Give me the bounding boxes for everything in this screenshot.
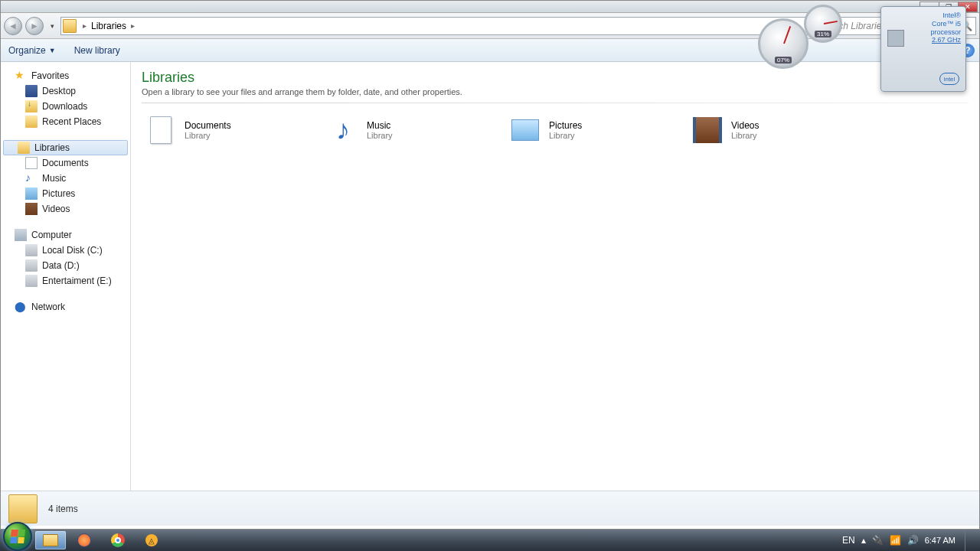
- taskbar: ◬ EN ▴ 🔌 📶 🔊 6:47 AM: [0, 530, 980, 551]
- explorer-window: — ❐ ✕ ◄ ► ▾ ▸ Libraries ▸ Search Librari…: [0, 0, 980, 530]
- windows-logo-icon: [10, 530, 25, 543]
- computer-icon: [15, 229, 27, 241]
- back-button[interactable]: ◄: [4, 17, 22, 35]
- app-icon: ◬: [145, 534, 158, 546]
- page-subtitle: Open a library to see your files and arr…: [142, 87, 969, 96]
- tray-power-icon[interactable]: 🔌: [872, 535, 884, 546]
- music-icon: ♪: [25, 172, 38, 184]
- taskbar-firefox[interactable]: [69, 531, 100, 549]
- toolbar: Organize ▼ New library ▦ ◫ ?: [1, 39, 979, 62]
- chevron-down-icon: ▼: [49, 47, 56, 54]
- intel-logo: intel: [939, 73, 959, 85]
- page-title: Libraries: [142, 70, 969, 86]
- library-item-videos[interactable]: VideosLibrary: [688, 111, 871, 149]
- navigation-sidebar: ★ Favorites Desktop Downloads Recent Pla…: [1, 62, 131, 491]
- videos-icon: [691, 114, 724, 146]
- firefox-icon: [77, 533, 91, 547]
- search-placeholder: Search Libraries: [819, 21, 886, 31]
- forward-button[interactable]: ►: [25, 17, 44, 35]
- libraries-icon: [18, 142, 30, 154]
- organize-button[interactable]: Organize ▼: [8, 45, 56, 56]
- sidebar-network[interactable]: ⬤ Network: [1, 299, 130, 315]
- sidebar-pictures[interactable]: Pictures: [1, 186, 130, 201]
- chevron-right-icon: ▸: [80, 21, 90, 30]
- address-bar[interactable]: ▸ Libraries ▸: [60, 17, 812, 35]
- tray-volume-icon[interactable]: 🔊: [907, 535, 919, 546]
- tray-language[interactable]: EN: [842, 535, 855, 546]
- divider: [142, 103, 969, 103]
- pictures-icon: [509, 114, 541, 146]
- network-icon: ⬤: [15, 301, 27, 313]
- taskbar-app[interactable]: ◬: [136, 531, 167, 549]
- start-button[interactable]: [3, 522, 32, 551]
- sidebar-recent-places[interactable]: Recent Places: [1, 114, 130, 129]
- sidebar-local-disk-c[interactable]: Local Disk (C:): [1, 243, 130, 258]
- chip-icon: [887, 30, 904, 47]
- disk-icon: [25, 275, 38, 287]
- recent-icon: [25, 116, 38, 128]
- item-count: 4 items: [48, 504, 78, 514]
- cpu-frequency: 2.67 GHz: [912, 36, 961, 44]
- folder-icon: [8, 494, 38, 523]
- sidebar-entertainment-e[interactable]: Entertaiment (E:): [1, 273, 130, 289]
- desktop-icon: [25, 85, 38, 97]
- titlebar: — ❐ ✕: [1, 1, 979, 13]
- tray-wifi-icon[interactable]: 📶: [890, 535, 901, 546]
- document-icon: [25, 157, 38, 169]
- disk-icon: [25, 244, 38, 256]
- new-library-button[interactable]: New library: [74, 45, 120, 56]
- intel-cpu-gadget: Intel® Core™ i5 processor 2.67 GHz intel: [880, 6, 966, 92]
- sidebar-data-d[interactable]: Data (D:): [1, 258, 130, 273]
- sidebar-videos[interactable]: Videos: [1, 201, 130, 217]
- sidebar-computer[interactable]: Computer: [1, 227, 130, 243]
- sidebar-documents[interactable]: Documents: [1, 155, 130, 171]
- system-tray: EN ▴ 🔌 📶 🔊 6:47 AM: [842, 530, 977, 551]
- taskbar-explorer[interactable]: [35, 531, 66, 549]
- show-desktop-button[interactable]: [965, 530, 972, 551]
- chrome-icon: [111, 533, 125, 547]
- breadcrumb-libraries[interactable]: Libraries: [90, 19, 128, 33]
- music-icon: ♪: [327, 114, 359, 146]
- taskbar-chrome[interactable]: [103, 531, 133, 549]
- videos-icon: [25, 203, 38, 215]
- library-item-music[interactable]: ♪ MusicLibrary: [324, 111, 506, 149]
- library-item-pictures[interactable]: PicturesLibrary: [506, 111, 688, 149]
- sidebar-downloads[interactable]: Downloads: [1, 99, 130, 114]
- libraries-icon: [63, 19, 77, 33]
- sidebar-music[interactable]: ♪Music: [1, 171, 130, 186]
- status-bar: 4 items: [1, 491, 979, 526]
- sidebar-desktop[interactable]: Desktop: [1, 83, 130, 99]
- documents-icon: [145, 114, 177, 146]
- sidebar-favorites[interactable]: ★ Favorites: [1, 68, 130, 83]
- library-item-documents[interactable]: DocumentsLibrary: [142, 111, 324, 149]
- tray-clock[interactable]: 6:47 AM: [925, 536, 956, 545]
- star-icon: ★: [15, 70, 27, 82]
- content-pane: Libraries Open a library to see your fil…: [131, 62, 979, 491]
- pictures-icon: [25, 187, 38, 200]
- tray-show-hidden-icon[interactable]: ▴: [861, 535, 866, 546]
- navbar: ◄ ► ▾ ▸ Libraries ▸ Search Libraries 🔍: [1, 13, 979, 39]
- disk-icon: [25, 259, 38, 272]
- folder-icon: [43, 534, 58, 546]
- sidebar-libraries[interactable]: Libraries: [3, 140, 128, 155]
- history-dropdown[interactable]: ▾: [47, 18, 57, 34]
- downloads-icon: [25, 100, 38, 112]
- chevron-right-icon: ▸: [128, 21, 138, 30]
